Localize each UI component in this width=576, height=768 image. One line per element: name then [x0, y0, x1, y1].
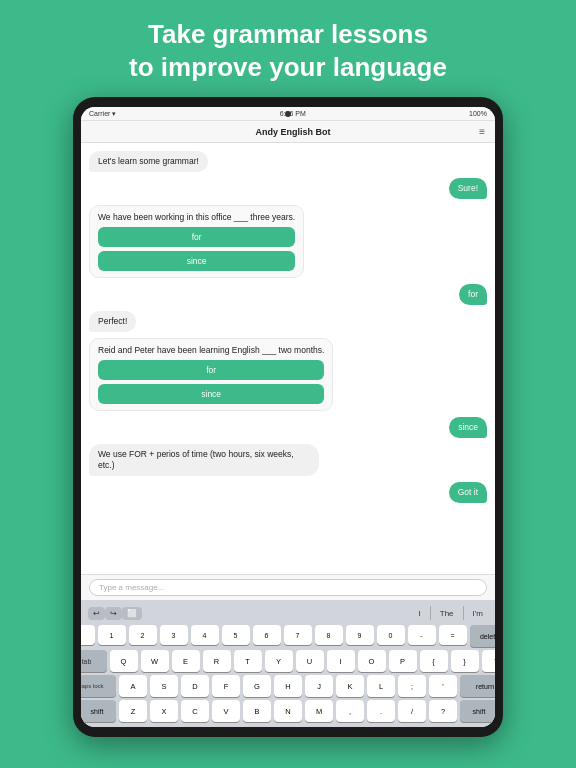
chat-area: Let's learn some grammar! Sure! We have … [81, 143, 495, 574]
question-block-1: We have been working in this office ___ … [89, 205, 304, 278]
undo-button[interactable]: ↩ [88, 607, 105, 620]
key-i[interactable]: I [327, 650, 355, 672]
key-rbracket[interactable]: } [451, 650, 479, 672]
key-equals[interactable]: = [439, 625, 467, 645]
kbd-row-qwerty: tab Q W E R T Y U I O P { } \ [84, 650, 492, 672]
key-shift-right[interactable]: shift [460, 700, 495, 722]
key-e[interactable]: E [172, 650, 200, 672]
key-z[interactable]: Z [119, 700, 147, 722]
menu-icon[interactable]: ≡ [479, 126, 485, 137]
key-p[interactable]: P [389, 650, 417, 672]
key-quote[interactable]: ' [429, 675, 457, 697]
keyboard: ↩ ↪ ⬜ I The I'm ` 1 2 3 4 5 6 [81, 600, 495, 727]
bubble-7: since [449, 417, 487, 438]
chat-row-2: Sure! [89, 178, 487, 199]
key-r[interactable]: R [203, 650, 231, 672]
key-t[interactable]: T [234, 650, 262, 672]
key-1[interactable]: 1 [98, 625, 126, 645]
key-u[interactable]: U [296, 650, 324, 672]
key-x[interactable]: X [150, 700, 178, 722]
tablet-camera [285, 111, 291, 117]
input-placeholder: Type a message... [99, 583, 164, 592]
chat-row-3: We have been working in this office ___ … [89, 205, 487, 278]
key-2[interactable]: 2 [129, 625, 157, 645]
bubble-2: Sure! [449, 178, 487, 199]
key-backslash[interactable]: \ [482, 650, 496, 672]
suggestion-2[interactable]: The [435, 607, 459, 620]
chat-row-8: We use FOR + perios of time (two hours, … [89, 444, 487, 476]
app-header: Andy English Bot ≡ [81, 121, 495, 143]
key-9[interactable]: 9 [346, 625, 374, 645]
question-block-2: Reid and Peter have been learning Englis… [89, 338, 333, 411]
suggestion-3[interactable]: I'm [468, 607, 488, 620]
bubble-4: for [459, 284, 487, 305]
key-4[interactable]: 4 [191, 625, 219, 645]
choice-since-2[interactable]: since [98, 384, 324, 404]
key-b[interactable]: B [243, 700, 271, 722]
key-y[interactable]: Y [265, 650, 293, 672]
keyboard-rows: ` 1 2 3 4 5 6 7 8 9 0 - = delete [84, 625, 492, 722]
key-period[interactable]: . [367, 700, 395, 722]
time-label: 6:26 PM [280, 110, 306, 117]
key-o[interactable]: O [358, 650, 386, 672]
tablet-screen: Carrier ▾ 6:26 PM 100% Andy English Bot … [81, 107, 495, 727]
key-tab[interactable]: tab [81, 650, 107, 672]
key-3[interactable]: 3 [160, 625, 188, 645]
key-f[interactable]: F [212, 675, 240, 697]
bubble-8: We use FOR + perios of time (two hours, … [89, 444, 319, 476]
key-n[interactable]: N [274, 700, 302, 722]
key-5[interactable]: 5 [222, 625, 250, 645]
tagline-line1: Take grammar lessons [148, 19, 428, 49]
message-input[interactable]: Type a message... [89, 579, 487, 596]
key-shift-left[interactable]: shift [81, 700, 116, 722]
key-g[interactable]: G [243, 675, 271, 697]
battery-label: 100% [469, 110, 487, 117]
paste-button[interactable]: ⬜ [122, 607, 142, 620]
question-text-2: Reid and Peter have been learning Englis… [98, 345, 324, 355]
key-h[interactable]: H [274, 675, 302, 697]
keyboard-toolbar: ↩ ↪ ⬜ I The I'm [84, 604, 492, 622]
bubble-5: Perfect! [89, 311, 136, 332]
tablet-frame: Carrier ▾ 6:26 PM 100% Andy English Bot … [73, 97, 503, 737]
key-question[interactable]: ? [429, 700, 457, 722]
chat-row-4: for [89, 284, 487, 305]
key-0[interactable]: 0 [377, 625, 405, 645]
key-c[interactable]: C [181, 700, 209, 722]
chat-row-5: Perfect! [89, 311, 487, 332]
key-d[interactable]: D [181, 675, 209, 697]
app-title: Andy English Bot [107, 127, 479, 137]
choice-since-1[interactable]: since [98, 251, 295, 271]
choice-for-1[interactable]: for [98, 227, 295, 247]
key-semicolon[interactable]: ; [398, 675, 426, 697]
key-a[interactable]: A [119, 675, 147, 697]
key-slash[interactable]: / [398, 700, 426, 722]
key-q[interactable]: Q [110, 650, 138, 672]
key-s[interactable]: S [150, 675, 178, 697]
kbd-row-zxcv: shift Z X C V B N M , . / ? shift [84, 700, 492, 722]
key-l[interactable]: L [367, 675, 395, 697]
key-7[interactable]: 7 [284, 625, 312, 645]
key-6[interactable]: 6 [253, 625, 281, 645]
key-v[interactable]: V [212, 700, 240, 722]
chat-row-6: Reid and Peter have been learning Englis… [89, 338, 487, 411]
key-m[interactable]: M [305, 700, 333, 722]
bubble-1: Let's learn some grammar! [89, 151, 208, 172]
key-return[interactable]: return [460, 675, 495, 697]
key-comma[interactable]: , [336, 700, 364, 722]
choice-for-2[interactable]: for [98, 360, 324, 380]
key-minus[interactable]: - [408, 625, 436, 645]
message-input-bar: Type a message... [81, 574, 495, 600]
key-8[interactable]: 8 [315, 625, 343, 645]
tagline-line2: to improve your language [129, 52, 447, 82]
app-tagline: Take grammar lessons to improve your lan… [99, 0, 477, 97]
key-tilde[interactable]: ` [81, 625, 95, 645]
redo-button[interactable]: ↪ [105, 607, 122, 620]
key-caps-lock[interactable]: caps lock [81, 675, 116, 697]
key-w[interactable]: W [141, 650, 169, 672]
key-k[interactable]: K [336, 675, 364, 697]
bubble-9: Got it [449, 482, 487, 503]
key-delete[interactable]: delete [470, 625, 496, 647]
suggestion-1[interactable]: I [414, 607, 426, 620]
key-j[interactable]: J [305, 675, 333, 697]
key-lbracket[interactable]: { [420, 650, 448, 672]
